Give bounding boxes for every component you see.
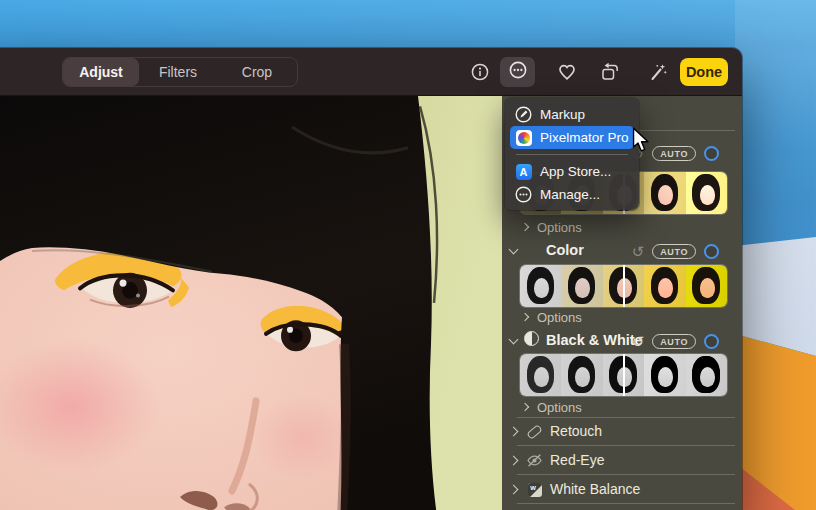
auto-badge[interactable]: AUTO <box>652 146 696 161</box>
bandage-icon <box>526 423 543 440</box>
section-retouch-row[interactable]: Retouch <box>502 422 742 442</box>
thumbnail[interactable] <box>644 265 685 307</box>
tab-filters[interactable]: Filters <box>139 58 217 86</box>
thumbnail[interactable] <box>520 265 561 307</box>
section-black-white-header[interactable]: Black & White ↺ AUTO <box>502 328 742 354</box>
reset-icon[interactable]: ↺ <box>632 334 645 349</box>
light-options-row[interactable]: Options <box>502 219 742 237</box>
section-red-eye-row[interactable]: Red-Eye <box>502 451 742 471</box>
mode-segmented-control: Adjust Filters Crop <box>62 57 298 87</box>
thumbnail[interactable] <box>686 354 727 396</box>
auto-badge[interactable]: AUTO <box>652 334 696 349</box>
chevron-down-icon[interactable] <box>509 245 519 255</box>
screen: Adjust Filters Crop <box>0 0 816 510</box>
section-title: White Balance <box>550 481 640 497</box>
thumbnail[interactable] <box>686 172 727 214</box>
options-label: Options <box>537 400 582 415</box>
section-title: Retouch <box>550 423 602 439</box>
tab-adjust[interactable]: Adjust <box>63 58 139 86</box>
done-button[interactable]: Done <box>680 58 728 86</box>
menu-item-label: Markup <box>540 107 585 122</box>
svg-text:W: W <box>530 485 536 491</box>
favorite-heart-icon <box>557 62 577 82</box>
favorite-button[interactable] <box>552 57 582 87</box>
info-icon <box>470 62 490 82</box>
black-white-thumbnail-strip[interactable] <box>520 354 727 396</box>
panel-divider <box>517 474 735 475</box>
thumbnail[interactable] <box>603 354 644 396</box>
mouse-cursor <box>632 127 650 157</box>
enable-circle-toggle[interactable] <box>704 146 719 161</box>
enable-circle-toggle[interactable] <box>704 244 719 259</box>
section-title: Black & White <box>546 332 643 348</box>
rotate-icon <box>600 62 620 82</box>
menu-item-app-store[interactable]: A App Store... <box>510 160 634 183</box>
thumbnail[interactable] <box>561 265 602 307</box>
markup-pen-icon <box>515 106 532 123</box>
panel-divider <box>517 417 735 418</box>
section-white-balance-row[interactable]: W White Balance <box>502 480 742 500</box>
chevron-right-icon <box>521 313 529 321</box>
eye-slash-icon <box>526 452 543 469</box>
wallpaper-right-strip <box>735 0 816 510</box>
thumbnail[interactable] <box>644 354 685 396</box>
color-thumbnail-strip[interactable] <box>520 265 727 307</box>
pixelmator-pro-icon <box>515 129 532 146</box>
color-options-row[interactable]: Options <box>502 309 742 327</box>
extensions-menu: Markup Pixelmator Pro A App Store... Man… <box>505 98 639 210</box>
menu-item-label: App Store... <box>540 164 611 179</box>
section-title: Color <box>546 242 584 258</box>
tab-crop[interactable]: Crop <box>217 58 297 86</box>
thumbnail[interactable] <box>686 265 727 307</box>
auto-enhance-button[interactable] <box>643 57 673 87</box>
options-label: Options <box>537 310 582 325</box>
chevron-right-icon <box>521 403 529 411</box>
chevron-right-icon <box>509 456 519 466</box>
info-button[interactable] <box>465 57 495 87</box>
panel-divider <box>517 503 735 504</box>
thumbnail[interactable] <box>644 172 685 214</box>
white-balance-icon: W <box>526 481 543 498</box>
enable-circle-toggle[interactable] <box>704 334 719 349</box>
portrait-photo <box>0 96 502 510</box>
extensions-button[interactable] <box>500 57 535 87</box>
thumbnail[interactable] <box>561 354 602 396</box>
section-title: Red-Eye <box>550 452 604 468</box>
menu-item-markup[interactable]: Markup <box>510 103 634 126</box>
menu-item-label: Pixelmator Pro <box>540 130 629 145</box>
panel-divider <box>517 445 735 446</box>
menu-item-pixelmator-pro[interactable]: Pixelmator Pro <box>510 126 634 149</box>
auto-enhance-wand-icon <box>648 62 668 82</box>
chevron-right-icon <box>521 223 529 231</box>
chevron-right-icon <box>509 485 519 495</box>
menu-item-label: Manage... <box>540 187 600 202</box>
thumbnail[interactable] <box>520 354 561 396</box>
extensions-ellipsis-icon <box>508 60 528 84</box>
chevron-right-icon <box>509 427 519 437</box>
auto-badge[interactable]: AUTO <box>652 244 696 259</box>
menu-separator <box>516 154 628 155</box>
reset-icon[interactable]: ↺ <box>632 244 645 259</box>
black-white-circle-icon <box>524 331 539 346</box>
rotate-button[interactable] <box>595 57 625 87</box>
chevron-down-icon[interactable] <box>509 335 519 345</box>
black-white-options-row[interactable]: Options <box>502 399 742 417</box>
edit-toolbar: Adjust Filters Crop <box>0 48 742 96</box>
app-store-icon: A <box>515 163 532 180</box>
section-color-header[interactable]: Color ↺ AUTO <box>502 238 742 264</box>
options-label: Options <box>537 220 582 235</box>
manage-ellipsis-icon <box>515 186 532 203</box>
menu-item-manage[interactable]: Manage... <box>510 183 634 206</box>
thumbnail[interactable] <box>603 265 644 307</box>
photo-canvas[interactable] <box>0 96 502 510</box>
